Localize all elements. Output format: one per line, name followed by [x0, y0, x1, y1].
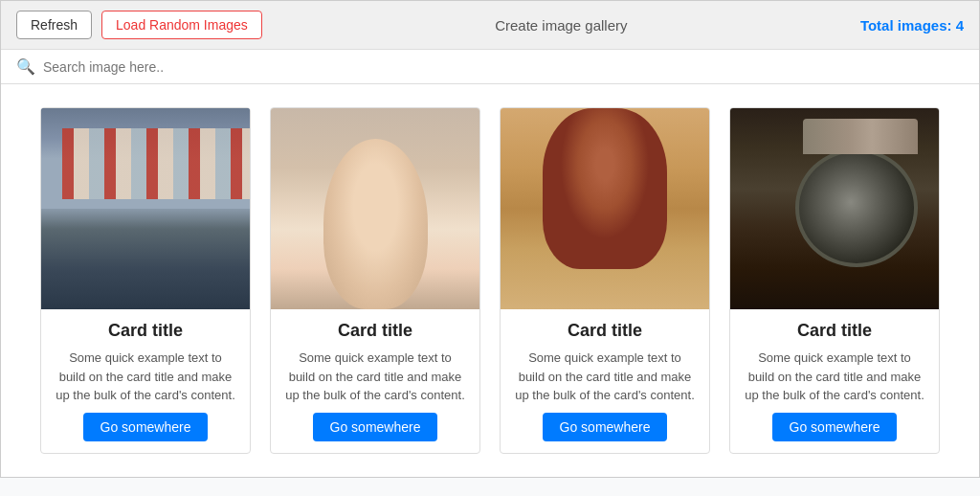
- go-somewhere-button-1[interactable]: Go somewhere: [83, 413, 209, 441]
- card-2: Card title Some quick example text to bu…: [270, 107, 480, 454]
- card-3: Card title Some quick example text to bu…: [500, 107, 710, 454]
- card-title-2: Card title: [338, 321, 412, 341]
- card-body-3: Card title Some quick example text to bu…: [501, 309, 709, 453]
- cards-container: Card title Some quick example text to bu…: [1, 84, 979, 477]
- card-title-3: Card title: [568, 321, 642, 341]
- card-title-4: Card title: [797, 321, 872, 341]
- card-body-4: Card title Some quick example text to bu…: [730, 309, 939, 453]
- toolbar: Refresh Load Random Images Create image …: [1, 1, 979, 50]
- go-somewhere-button-3[interactable]: Go somewhere: [543, 413, 668, 441]
- toolbar-total: Total images: 4: [860, 17, 964, 34]
- card-image-4: [730, 108, 939, 309]
- toolbar-title: Create image gallery: [272, 17, 851, 34]
- card-body-2: Card title Some quick example text to bu…: [271, 309, 479, 453]
- card-1: Card title Some quick example text to bu…: [40, 107, 251, 454]
- page-wrapper: Refresh Load Random Images Create image …: [0, 0, 980, 478]
- refresh-button[interactable]: Refresh: [16, 11, 92, 39]
- search-input[interactable]: [43, 59, 964, 75]
- go-somewhere-button-4[interactable]: Go somewhere: [772, 413, 898, 441]
- card-body-1: Card title Some quick example text to bu…: [41, 309, 250, 453]
- search-icon: 🔍: [16, 57, 35, 76]
- card-image-3: [501, 108, 709, 309]
- card-text-2: Some quick example text to build on the …: [284, 349, 466, 405]
- card-image-1: [41, 108, 250, 309]
- card-text-1: Some quick example text to build on the …: [55, 349, 236, 405]
- total-count: 4: [956, 17, 964, 34]
- card-text-4: Some quick example text to build on the …: [744, 349, 925, 405]
- card-4: Card title Some quick example text to bu…: [729, 107, 940, 454]
- load-random-button[interactable]: Load Random Images: [101, 11, 262, 39]
- card-title-1: Card title: [108, 321, 183, 341]
- card-text-3: Some quick example text to build on the …: [514, 349, 696, 405]
- go-somewhere-button-2[interactable]: Go somewhere: [313, 413, 438, 441]
- card-image-2: [271, 108, 479, 309]
- total-label: Total images:: [860, 17, 956, 34]
- search-bar: 🔍: [1, 50, 979, 84]
